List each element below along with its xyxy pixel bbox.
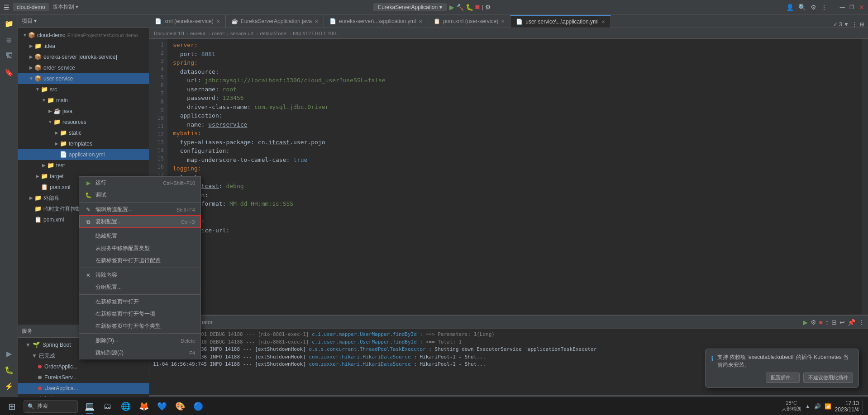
filter-btn[interactable]: ⊟: [831, 319, 837, 326]
tree-item-main[interactable]: ▼ 📁 main: [18, 95, 149, 106]
version-control[interactable]: 版本控制 ▾: [52, 3, 78, 11]
pin-btn[interactable]: 📌: [848, 319, 855, 326]
run-icon2[interactable]: 🐛: [466, 4, 473, 11]
run-icon[interactable]: ▶: [449, 4, 454, 11]
menu-item-edit-config[interactable]: ✎ 编辑所选配置... Shift+F4: [79, 203, 200, 216]
tree-item-java[interactable]: ▶ ☕ java: [18, 106, 149, 117]
tree-item-eureka-server[interactable]: ▶ 📦 eureka-server [eureka-service]: [18, 52, 149, 62]
tabs-expand[interactable]: ⊞: [860, 21, 864, 28]
sidebar-icon-run[interactable]: ▶: [2, 346, 16, 361]
menu-item-delete[interactable]: 删除(D)... Delete: [79, 335, 200, 347]
tab-pom-user[interactable]: 📋 pom.xml (user-service) ✕: [428, 15, 510, 28]
settings-icon[interactable]: ⚙: [485, 4, 491, 11]
tree-item-resources[interactable]: ▼ 📁 resources: [18, 117, 149, 127]
taskbar-app-chrome[interactable]: 🔵: [190, 398, 206, 415]
tab-close-user-yml[interactable]: ✕: [601, 19, 605, 24]
notif-dismiss-btn[interactable]: 不建议使用此插件: [803, 373, 853, 383]
tab-close-xml[interactable]: ✕: [216, 19, 220, 24]
code-line-15: logging:: [173, 164, 862, 173]
scroll-btn[interactable]: ↕: [825, 319, 829, 326]
start-button[interactable]: ⊞: [4, 398, 20, 415]
menu-item-hide-config[interactable]: 隐藏配置: [79, 230, 200, 242]
browser2-icon: 🦊: [139, 401, 149, 411]
stop-icon[interactable]: ■: [475, 2, 480, 12]
taskbar-app-idea2[interactable]: 🎨: [172, 398, 188, 415]
menu-item-open-run-tab[interactable]: 在新标签页中打开运行配置: [79, 255, 200, 267]
menu-item-debug[interactable]: 🐛 调试: [79, 189, 200, 201]
tree-item-cloud-demo[interactable]: ▼ 📦 cloud-demo E:\IdeaProjects\test\clou…: [18, 30, 149, 41]
wifi-icon[interactable]: 📶: [825, 403, 831, 410]
tab-close-eureka-java[interactable]: ✕: [315, 19, 318, 24]
close-button[interactable]: ✕: [859, 4, 864, 11]
menu-item-open-each-tab[interactable]: 在新标签页中打开每一项: [79, 308, 200, 320]
service-item-order[interactable]: OrderApplic...: [18, 361, 149, 372]
tab-eureka-yml[interactable]: 📄 eureka-server\...\application.yml ✕: [324, 15, 428, 28]
wrap-btn[interactable]: ↩: [839, 319, 845, 326]
taskbar-app-edge[interactable]: 💙: [154, 398, 170, 415]
tree-item-templates[interactable]: ▶ 📁 templates: [18, 138, 149, 149]
tree-item-test[interactable]: ▶ 📁 test: [18, 160, 149, 171]
menu-item-copy-config[interactable]: ⧉ 复制配置... Ctrl+D: [79, 216, 200, 228]
taskbar-app-folder[interactable]: 🗂: [100, 398, 116, 415]
sidebar-icon-commit[interactable]: ⊕: [2, 33, 16, 47]
code-content[interactable]: server: port: 8081 spring: datasource: u…: [167, 39, 862, 315]
tab-eureka-java[interactable]: ☕ EurekaServerApplication.java ✕: [226, 15, 324, 28]
menu-item-remove-from-services[interactable]: 从服务中移除配置类型: [79, 242, 200, 255]
settings-gear-icon[interactable]: ⚙: [811, 4, 816, 11]
tabs-more[interactable]: ⋮: [852, 21, 857, 28]
sound-icon[interactable]: 🔊: [814, 403, 821, 410]
tab-xml-eureka[interactable]: 📄 xml (eureka-service) ✕: [149, 15, 226, 28]
build-icon[interactable]: 🔨: [456, 4, 464, 11]
tab-close-pom-user[interactable]: ✕: [501, 19, 505, 24]
tree-item-static[interactable]: ▶ 📁 static: [18, 127, 149, 138]
project-selector[interactable]: cloud-demo: [13, 3, 49, 11]
taskbar-app-intellij[interactable]: 💻: [81, 398, 98, 415]
sidebar-icon-structure[interactable]: 🏗: [2, 49, 16, 63]
menu-item-open-each-type-tab[interactable]: 在新标签页中打开每个类型: [79, 320, 200, 332]
tab-close-eureka-yml[interactable]: ✕: [419, 19, 422, 24]
menu-divider-4: [79, 294, 200, 295]
tree-item-order-service[interactable]: ▶ 📦 order-service: [18, 62, 149, 73]
tabs-overflow[interactable]: ✓ 3 ▼: [833, 21, 849, 28]
taskbar-app-browser1[interactable]: 🌐: [118, 398, 134, 415]
service-item-user[interactable]: UserApplica...: [18, 383, 149, 394]
menu-item-open-tab[interactable]: 在新标签页中打开: [79, 296, 200, 308]
tree-item-application-yml[interactable]: ▶ 📄 application.yml: [18, 149, 149, 160]
menu-item-goto-source[interactable]: 跳转到源(J) F4: [79, 347, 200, 359]
tab-user-yml[interactable]: 📄 user-service\...\application.yml ✕: [510, 15, 610, 28]
show-desktop-btn[interactable]: [863, 399, 864, 414]
more-icon[interactable]: ⋮: [821, 4, 827, 11]
run-console-btn[interactable]: ▶: [803, 319, 808, 326]
intellij-icon: 💻: [85, 401, 95, 411]
debug-menu-icon: 🐛: [85, 192, 92, 198]
sidebar-icon-project[interactable]: 📁: [2, 16, 16, 31]
minimize-button[interactable]: ─: [840, 3, 845, 11]
sidebar-icon-bookmark[interactable]: 🔖: [2, 65, 16, 80]
run-config[interactable]: EurekaServerApplication ▾: [373, 3, 446, 11]
system-tray-up[interactable]: ▲: [805, 403, 811, 410]
menu-item-group-config[interactable]: 分组配置...: [79, 281, 200, 293]
taskbar-clock[interactable]: 17:13 2023/11/4: [835, 400, 859, 413]
tab-icon: 📄: [155, 18, 162, 24]
taskbar-right: 28°C 大部晴朗 ▲ 🔊 📶 17:13 2023/11/4: [782, 399, 864, 414]
menu-item-run[interactable]: ▶ 运行 Ctrl+Shift+F10: [79, 177, 200, 189]
taskbar-app-browser2[interactable]: 🦊: [136, 398, 152, 415]
project-title[interactable]: 项目 ▾: [22, 17, 37, 25]
stop-console-btn[interactable]: ■: [819, 319, 823, 326]
sidebar-icon-event[interactable]: ⚡: [2, 379, 16, 393]
sidebar-icon-debug[interactable]: 🐛: [2, 363, 16, 377]
service-item-eureka[interactable]: EurekaServ...: [18, 372, 149, 383]
code-editor[interactable]: 123456 789101112 131415161718 19202122 s…: [149, 39, 868, 315]
taskbar-search[interactable]: 🔍 搜索: [24, 400, 78, 413]
tree-item-src[interactable]: ▼ 📁 src: [18, 84, 149, 95]
profile-icon[interactable]: 👤: [786, 4, 794, 11]
search-everywhere-icon[interactable]: 🔍: [798, 4, 806, 11]
maximize-button[interactable]: ❐: [849, 4, 854, 10]
more-console-btn[interactable]: ⋮: [858, 319, 864, 326]
settings-console-btn[interactable]: ⚙: [811, 319, 816, 326]
tree-item-user-service[interactable]: ▼ 📦 user-service: [18, 73, 149, 84]
menu-item-clear[interactable]: ✕ 清除内容: [79, 269, 200, 281]
tree-item-idea[interactable]: ▶ 📁 .idea: [18, 41, 149, 52]
tabs-extra: ✓ 3 ▼ ⋮ ⊞: [830, 21, 868, 28]
notif-configure-btn[interactable]: 配置插件...: [766, 373, 800, 383]
